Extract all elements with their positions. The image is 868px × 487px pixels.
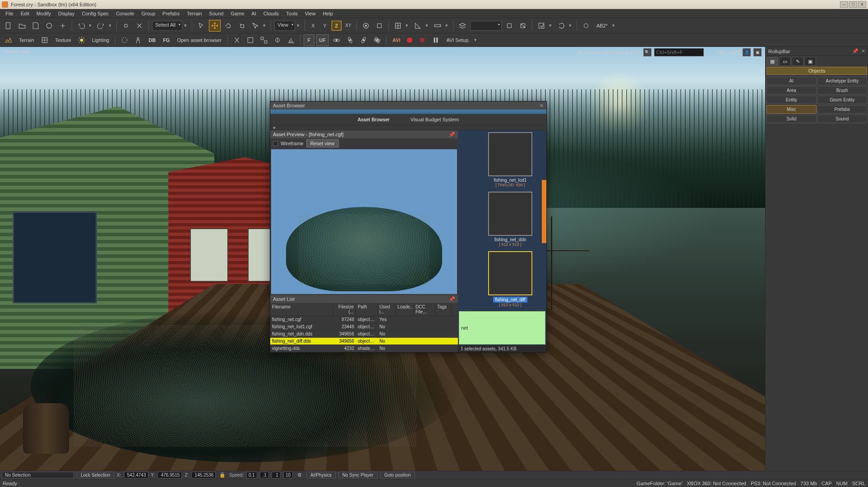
object-type-sound[interactable]: Sound <box>817 115 868 123</box>
snap-value-dropdown[interactable]: ▾ <box>612 23 617 28</box>
menu-display[interactable]: Display <box>55 10 78 17</box>
new-icon[interactable] <box>3 20 14 32</box>
asset-browser-close-icon[interactable]: ✕ <box>540 103 544 109</box>
rollup-tab-display[interactable]: ✎ <box>792 57 803 66</box>
close-button[interactable]: ✕ <box>858 1 866 8</box>
coord-z-value[interactable]: 145.2536 <box>191 472 216 478</box>
no-sync-button[interactable]: No Sync Player <box>338 472 378 478</box>
menu-toggle-icon[interactable]: ▾ <box>273 125 276 131</box>
selection-filter-dropdown[interactable]: Select All <box>152 21 182 31</box>
asset-row[interactable]: fishing_net.cgf87248objects/...Yes <box>270 316 458 323</box>
object-type-prefabs[interactable]: Prefabs <box>817 105 868 114</box>
reload-icon[interactable] <box>555 20 567 32</box>
asset-row[interactable]: vignetting.dds4232shaders/...No <box>270 345 458 352</box>
character-editor-icon[interactable] <box>132 34 144 46</box>
column-header[interactable]: Path <box>356 303 378 316</box>
wireframe-checkbox[interactable] <box>273 141 278 146</box>
physics-3-icon[interactable] <box>358 34 369 46</box>
flowgraph-button[interactable]: FG <box>160 37 172 43</box>
texture-editor-icon[interactable] <box>39 34 51 46</box>
freeze-button[interactable]: F <box>304 34 314 46</box>
stop-record-icon[interactable] <box>416 34 428 46</box>
asset-thumbnail[interactable]: ★fishing_net_diff[ 512 x 512 ] <box>474 251 546 307</box>
asset-row[interactable]: fishing_net_diff.dds349656objects/...No <box>270 338 458 345</box>
select-area-dropdown[interactable]: ▾ <box>263 23 268 28</box>
object-type-misc[interactable]: Misc <box>766 105 817 114</box>
menu-group[interactable]: Group <box>138 10 159 17</box>
terrain-editor-icon[interactable] <box>3 34 14 46</box>
record-button[interactable] <box>405 35 415 45</box>
lighting-label[interactable]: Lighting <box>89 37 112 43</box>
rollup-tab-create[interactable]: ▦ <box>766 57 778 66</box>
unlink-icon[interactable] <box>134 20 145 32</box>
objects-header[interactable]: Objects <box>766 67 867 75</box>
select-icon[interactable] <box>195 20 207 32</box>
user-icon[interactable]: 👤 <box>743 48 751 56</box>
menu-clouds[interactable]: Clouds <box>260 10 282 17</box>
link-icon[interactable] <box>120 20 132 32</box>
gizmo-3-icon[interactable] <box>258 34 270 46</box>
object-type-brush[interactable]: Brush <box>817 86 868 95</box>
object-type-solid[interactable]: Solid <box>766 115 817 123</box>
asset-row[interactable]: fishing_net_ddn.dds349656objects/...No <box>270 331 458 338</box>
open-icon[interactable] <box>16 20 28 32</box>
axis-xy-button[interactable]: XY <box>343 21 353 31</box>
menu-file[interactable]: File <box>2 10 17 17</box>
gizmo-2-icon[interactable] <box>245 34 256 46</box>
menu-terrain[interactable]: Terrain <box>183 10 206 17</box>
physics-1-icon[interactable] <box>331 34 342 46</box>
menu-tools[interactable]: Tools <box>282 10 301 17</box>
speed-preset-3[interactable]: 10 <box>283 472 293 478</box>
unfreeze-button[interactable]: UF <box>316 34 329 46</box>
object-type-area[interactable]: Area <box>766 86 817 95</box>
minimize-button[interactable]: — <box>840 1 848 8</box>
column-header[interactable]: Used i... <box>378 303 396 316</box>
select-area-icon[interactable] <box>249 20 261 32</box>
avi-setup-dropdown[interactable]: ▾ <box>474 37 479 43</box>
freeze-layer-icon[interactable] <box>503 20 515 32</box>
asset-thumbnail[interactable]: ★fishing_net_lod1[ Tris/LOD: 636 ] <box>474 132 546 187</box>
lighting-editor-icon[interactable] <box>76 34 88 46</box>
selection-history-dropdown[interactable]: ▾ <box>184 23 189 28</box>
goto-dropdown[interactable]: ▾ <box>549 23 554 28</box>
terrain-label[interactable]: Terrain <box>16 37 37 43</box>
axis-y-button[interactable]: Y <box>320 21 330 31</box>
asset-row[interactable]: fishing_net_lod1.cgf23448objects/...No <box>270 323 458 331</box>
coord-x-value[interactable]: 542.4743 <box>124 472 148 478</box>
preview-pin-icon[interactable]: 📌 <box>449 132 455 138</box>
ai-physics-button[interactable]: AI/Physics <box>306 472 336 478</box>
speed-preset-1[interactable]: .1 <box>260 472 269 478</box>
speed-preset-2[interactable]: 1 <box>272 472 281 478</box>
asset-thumbnail[interactable]: ★fishing_net_ddn[ 512 x 512 ] <box>474 192 546 247</box>
speed-settings-icon[interactable]: ⚙ <box>295 472 304 479</box>
angle-snap-dropdown[interactable]: ▾ <box>425 23 430 28</box>
menu-modify[interactable]: Modify <box>33 10 55 17</box>
snap-value-label[interactable]: AB2° <box>594 23 610 28</box>
coord-dropdown[interactable]: ▾ <box>297 23 301 28</box>
rollup-tab-layers[interactable]: ▣ <box>804 57 816 66</box>
redo-dropdown[interactable]: ▾ <box>109 23 113 28</box>
tab-visual-budget[interactable]: Visual Budget System <box>407 115 462 124</box>
menu-ai[interactable]: AI <box>248 10 259 17</box>
gizmo-4-icon[interactable] <box>272 34 283 46</box>
menu-prefabs[interactable]: Prefabs <box>159 10 183 17</box>
coord-system-dropdown[interactable]: View <box>274 21 295 31</box>
ruler-icon[interactable] <box>432 20 443 32</box>
grid-snap-icon[interactable] <box>392 20 404 32</box>
reset-view-button[interactable]: Reset view <box>306 139 339 147</box>
camera-icon[interactable]: ▣ <box>753 48 762 56</box>
menu-sound[interactable]: Sound <box>206 10 227 17</box>
menu-console[interactable]: Console <box>112 10 138 17</box>
coord-lock-icon[interactable]: 🔒 <box>218 472 226 479</box>
list-pin-icon[interactable]: 📌 <box>449 296 455 302</box>
object-type-geom-entity[interactable]: Geom Entity <box>817 96 868 104</box>
menu-config-spec[interactable]: Config Spec <box>78 10 112 17</box>
column-header[interactable]: Filename <box>270 303 333 316</box>
fetch-icon[interactable] <box>57 20 69 32</box>
column-header[interactable]: DCC File... <box>414 303 435 316</box>
angle-snap-icon[interactable] <box>412 20 424 32</box>
rotate-icon[interactable] <box>222 20 234 32</box>
undo-icon[interactable] <box>75 20 87 32</box>
hold-icon[interactable] <box>43 20 55 32</box>
search-icon[interactable]: 🔍 <box>643 48 651 56</box>
